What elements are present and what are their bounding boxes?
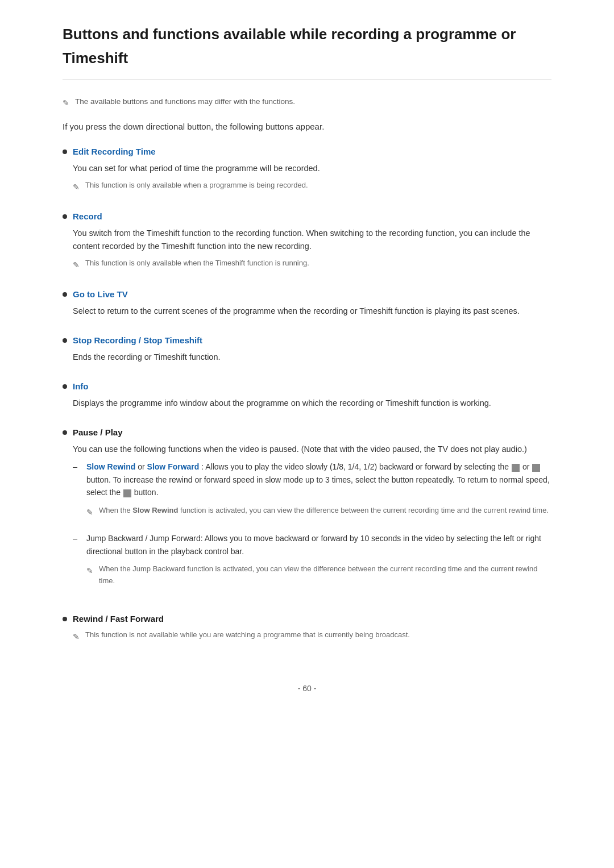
slow-rewind-or2: or xyxy=(522,462,532,471)
slow-rewind-text1: : Allows you to play the video slowly (1… xyxy=(201,462,511,471)
heading-pause-play: Pause / Play xyxy=(73,426,551,439)
sub-note-slow-rewind: When the Slow Rewind function is activat… xyxy=(86,505,551,519)
dash-item-slow-rewind: – Slow Rewind or Slow Forward : Allows y… xyxy=(73,460,551,523)
slow-forward-label: Slow Forward xyxy=(147,462,200,471)
rewind-button-icon xyxy=(512,464,520,472)
pencil-icon-edit xyxy=(73,181,80,194)
sub-note-text-rewind: This function is not available while you… xyxy=(85,629,410,641)
bullet-content-stop-recording: Stop Recording / Stop Timeshift Ends the… xyxy=(73,334,551,368)
page-footer: - 60 - xyxy=(63,682,551,695)
bullet-dot xyxy=(63,149,67,154)
bullet-content-edit-recording-time: Edit Recording Time You can set for what… xyxy=(73,145,551,198)
slow-rewind-or: or xyxy=(138,462,147,471)
bullet-item-rewind-fast-forward: Rewind / Fast Forward This function is n… xyxy=(63,612,551,659)
heading-stop-recording: Stop Recording / Stop Timeshift xyxy=(73,334,551,347)
body-pause-play: You can use the following functions when… xyxy=(73,443,551,456)
main-bullet-list: Edit Recording Time You can set for what… xyxy=(63,145,551,659)
sub-note-edit-recording-time: This function is only available when a p… xyxy=(73,180,551,194)
sub-note-text-edit: This function is only available when a p… xyxy=(85,180,308,192)
dash-char-jump: – xyxy=(73,532,80,545)
intro-paragraph: If you press the down directional button… xyxy=(63,120,551,134)
dash-content-slow-rewind: Slow Rewind or Slow Forward : Allows you… xyxy=(86,460,551,523)
bullet-item-pause-play: Pause / Play You can use the following f… xyxy=(63,426,551,612)
bullet-content-go-to-live-tv: Go to Live TV Select to return to the cu… xyxy=(73,288,551,322)
bullet-content-info: Info Displays the programme info window … xyxy=(73,380,551,414)
play-button-icon xyxy=(123,489,131,497)
slow-rewind-label: Slow Rewind xyxy=(86,462,135,471)
pencil-icon xyxy=(63,97,69,109)
slow-rewind-bold: Slow Rewind xyxy=(132,506,178,514)
heading-info: Info xyxy=(73,380,551,393)
bullet-item-record: Record You switch from the Timeshift fun… xyxy=(63,210,551,288)
bullet-dot xyxy=(63,384,67,389)
bullet-dot xyxy=(63,617,67,621)
body-go-to-live-tv: Select to return to the current scenes o… xyxy=(73,305,551,318)
forward-button-icon xyxy=(532,464,540,472)
sub-note-text-slow-rewind: When the Slow Rewind function is activat… xyxy=(99,505,549,517)
page-container: Buttons and functions available while re… xyxy=(28,0,586,729)
sub-note-text-jump: When the Jump Backward function is activ… xyxy=(99,563,551,587)
page-title: Buttons and functions available while re… xyxy=(63,23,551,80)
pencil-icon-record xyxy=(73,259,80,272)
bullet-dot xyxy=(63,214,67,219)
bullet-item-go-to-live-tv: Go to Live TV Select to return to the cu… xyxy=(63,288,551,334)
body-stop-recording: Ends the recording or Timeshift function… xyxy=(73,351,551,364)
sub-note-jump: When the Jump Backward function is activ… xyxy=(86,563,551,587)
bullet-dot xyxy=(63,292,67,297)
heading-edit-recording-time: Edit Recording Time xyxy=(73,145,551,159)
bullet-dot xyxy=(63,338,67,343)
intro-note-block: The available buttons and functions may … xyxy=(63,95,551,109)
body-edit-recording-time: You can set for what period of time the … xyxy=(73,162,551,175)
pencil-icon-slow-rewind xyxy=(86,506,93,519)
heading-record: Record xyxy=(73,210,551,223)
intro-note-text: The available buttons and functions may … xyxy=(75,95,295,108)
bullet-content-pause-play: Pause / Play You can use the following f… xyxy=(73,426,551,601)
slow-rewind-text3: button. xyxy=(134,488,159,497)
bullet-content-rewind-fast-forward: Rewind / Fast Forward This function is n… xyxy=(73,612,551,648)
dash-content-jump: Jump Backward / Jump Forward: Allows you… xyxy=(86,532,551,591)
pencil-icon-rewind xyxy=(73,630,80,643)
body-record: You switch from the Timeshift function t… xyxy=(73,227,551,253)
bullet-dot xyxy=(63,430,67,435)
dash-list-pause-play: – Slow Rewind or Slow Forward : Allows y… xyxy=(73,460,551,591)
bullet-item-stop-recording: Stop Recording / Stop Timeshift Ends the… xyxy=(63,334,551,380)
sub-note-rewind: This function is not available while you… xyxy=(73,629,551,643)
body-info: Displays the programme info window about… xyxy=(73,397,551,410)
bullet-content-record: Record You switch from the Timeshift fun… xyxy=(73,210,551,276)
sub-note-record: This function is only available when the… xyxy=(73,258,551,272)
heading-rewind-fast-forward: Rewind / Fast Forward xyxy=(73,612,551,626)
sub-note-text-record: This function is only available when the… xyxy=(85,258,309,269)
dash-char: – xyxy=(73,460,80,474)
pencil-icon-jump xyxy=(86,564,93,578)
bullet-item-edit-recording-time: Edit Recording Time You can set for what… xyxy=(63,145,551,210)
jump-text: Jump Backward / Jump Forward: Allows you… xyxy=(86,534,541,555)
heading-go-to-live-tv: Go to Live TV xyxy=(73,288,551,301)
bullet-item-info: Info Displays the programme info window … xyxy=(63,380,551,426)
dash-item-jump: – Jump Backward / Jump Forward: Allows y… xyxy=(73,532,551,591)
